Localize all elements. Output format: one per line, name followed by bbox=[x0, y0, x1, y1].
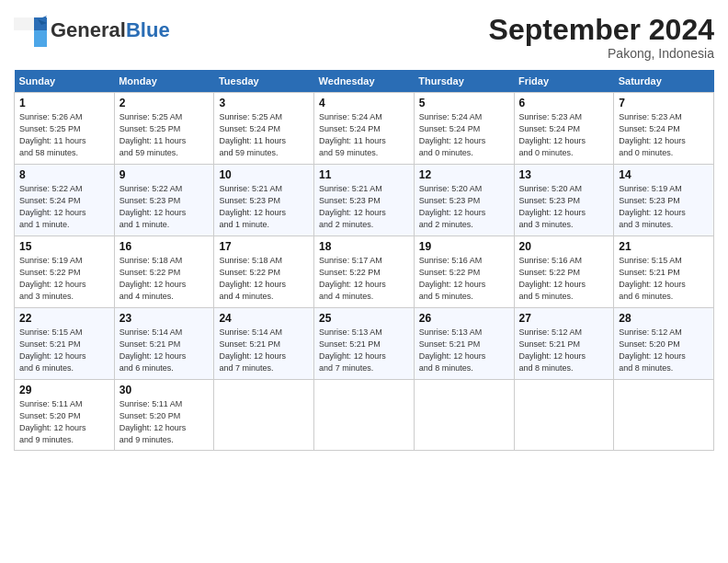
day-number: 13 bbox=[519, 168, 609, 181]
day-info: Sunrise: 5:22 AM Sunset: 5:24 PM Dayligh… bbox=[19, 183, 109, 231]
day-info: Sunrise: 5:22 AM Sunset: 5:23 PM Dayligh… bbox=[119, 183, 210, 231]
day-number: 16 bbox=[119, 240, 210, 253]
col-tuesday: Tuesday bbox=[214, 70, 314, 93]
day-info: Sunrise: 5:20 AM Sunset: 5:23 PM Dayligh… bbox=[419, 183, 509, 231]
day-info: Sunrise: 5:18 AM Sunset: 5:22 PM Dayligh… bbox=[219, 255, 309, 303]
calendar-cell: 23Sunrise: 5:14 AM Sunset: 5:21 PM Dayli… bbox=[114, 308, 214, 380]
logo-blue: Blue bbox=[126, 18, 170, 41]
calendar-cell: 3Sunrise: 5:25 AM Sunset: 5:24 PM Daylig… bbox=[214, 93, 314, 165]
day-number: 2 bbox=[119, 97, 210, 109]
day-number: 23 bbox=[119, 312, 210, 325]
day-number: 25 bbox=[319, 312, 409, 325]
col-friday: Friday bbox=[514, 70, 614, 93]
day-info: Sunrise: 5:14 AM Sunset: 5:21 PM Dayligh… bbox=[119, 327, 210, 374]
day-info: Sunrise: 5:24 AM Sunset: 5:24 PM Dayligh… bbox=[419, 111, 509, 159]
day-info: Sunrise: 5:26 AM Sunset: 5:25 PM Dayligh… bbox=[19, 111, 109, 159]
day-number: 12 bbox=[419, 168, 509, 181]
day-number: 29 bbox=[19, 384, 109, 396]
day-number: 11 bbox=[319, 168, 409, 181]
calendar-cell: 26Sunrise: 5:13 AM Sunset: 5:21 PM Dayli… bbox=[414, 308, 514, 380]
day-number: 6 bbox=[519, 97, 609, 109]
day-info: Sunrise: 5:17 AM Sunset: 5:22 PM Dayligh… bbox=[319, 255, 409, 303]
month-title: September 2024 bbox=[489, 14, 714, 46]
day-info: Sunrise: 5:15 AM Sunset: 5:21 PM Dayligh… bbox=[619, 255, 709, 303]
day-number: 1 bbox=[19, 97, 109, 109]
day-info: Sunrise: 5:16 AM Sunset: 5:22 PM Dayligh… bbox=[519, 255, 609, 303]
calendar-cell bbox=[614, 380, 714, 451]
day-info: Sunrise: 5:14 AM Sunset: 5:21 PM Dayligh… bbox=[219, 327, 309, 374]
calendar-cell: 27Sunrise: 5:12 AM Sunset: 5:21 PM Dayli… bbox=[514, 308, 614, 380]
day-number: 30 bbox=[119, 384, 210, 396]
logo-general: General bbox=[51, 18, 126, 41]
calendar-week-5: 29Sunrise: 5:11 AM Sunset: 5:20 PM Dayli… bbox=[15, 380, 714, 451]
header-row: Sunday Monday Tuesday Wednesday Thursday… bbox=[15, 70, 714, 93]
day-info: Sunrise: 5:13 AM Sunset: 5:21 PM Dayligh… bbox=[319, 327, 409, 374]
day-number: 20 bbox=[519, 240, 609, 253]
calendar-cell: 4Sunrise: 5:24 AM Sunset: 5:24 PM Daylig… bbox=[314, 93, 415, 165]
day-info: Sunrise: 5:19 AM Sunset: 5:22 PM Dayligh… bbox=[19, 255, 109, 303]
calendar-cell: 14Sunrise: 5:19 AM Sunset: 5:23 PM Dayli… bbox=[614, 165, 714, 236]
day-number: 22 bbox=[19, 312, 109, 325]
calendar-cell: 21Sunrise: 5:15 AM Sunset: 5:21 PM Dayli… bbox=[614, 236, 714, 308]
calendar-week-4: 22Sunrise: 5:15 AM Sunset: 5:21 PM Dayli… bbox=[15, 308, 714, 380]
day-info: Sunrise: 5:19 AM Sunset: 5:23 PM Dayligh… bbox=[619, 183, 709, 231]
calendar-cell: 10Sunrise: 5:21 AM Sunset: 5:23 PM Dayli… bbox=[214, 165, 314, 236]
calendar-cell: 15Sunrise: 5:19 AM Sunset: 5:22 PM Dayli… bbox=[15, 236, 115, 308]
calendar-cell: 8Sunrise: 5:22 AM Sunset: 5:24 PM Daylig… bbox=[15, 165, 115, 236]
day-number: 19 bbox=[419, 240, 509, 253]
calendar-cell bbox=[414, 380, 514, 451]
col-sunday: Sunday bbox=[15, 70, 115, 93]
day-number: 7 bbox=[619, 97, 709, 109]
day-number: 21 bbox=[619, 240, 709, 253]
day-number: 15 bbox=[19, 240, 109, 253]
calendar-cell: 28Sunrise: 5:12 AM Sunset: 5:20 PM Dayli… bbox=[614, 308, 714, 380]
day-info: Sunrise: 5:18 AM Sunset: 5:22 PM Dayligh… bbox=[119, 255, 210, 303]
col-saturday: Saturday bbox=[614, 70, 714, 93]
calendar-cell: 22Sunrise: 5:15 AM Sunset: 5:21 PM Dayli… bbox=[15, 308, 115, 380]
calendar-cell: 24Sunrise: 5:14 AM Sunset: 5:21 PM Dayli… bbox=[214, 308, 314, 380]
svg-marker-3 bbox=[14, 17, 34, 30]
day-number: 28 bbox=[619, 312, 709, 325]
day-info: Sunrise: 5:23 AM Sunset: 5:24 PM Dayligh… bbox=[519, 111, 609, 159]
calendar-cell: 2Sunrise: 5:25 AM Sunset: 5:25 PM Daylig… bbox=[114, 93, 214, 165]
logo: GeneralBlue bbox=[14, 14, 170, 47]
day-info: Sunrise: 5:21 AM Sunset: 5:23 PM Dayligh… bbox=[319, 183, 409, 231]
calendar-week-2: 8Sunrise: 5:22 AM Sunset: 5:24 PM Daylig… bbox=[15, 165, 714, 236]
calendar-week-1: 1Sunrise: 5:26 AM Sunset: 5:25 PM Daylig… bbox=[15, 93, 714, 165]
day-info: Sunrise: 5:11 AM Sunset: 5:20 PM Dayligh… bbox=[19, 398, 109, 446]
calendar-week-3: 15Sunrise: 5:19 AM Sunset: 5:22 PM Dayli… bbox=[15, 236, 714, 308]
day-info: Sunrise: 5:25 AM Sunset: 5:25 PM Dayligh… bbox=[119, 111, 210, 159]
day-number: 3 bbox=[219, 97, 309, 109]
calendar-cell: 5Sunrise: 5:24 AM Sunset: 5:24 PM Daylig… bbox=[414, 93, 514, 165]
day-info: Sunrise: 5:15 AM Sunset: 5:21 PM Dayligh… bbox=[19, 327, 109, 374]
calendar-cell: 6Sunrise: 5:23 AM Sunset: 5:24 PM Daylig… bbox=[514, 93, 614, 165]
day-number: 26 bbox=[419, 312, 509, 325]
day-info: Sunrise: 5:16 AM Sunset: 5:22 PM Dayligh… bbox=[419, 255, 509, 303]
day-info: Sunrise: 5:24 AM Sunset: 5:24 PM Dayligh… bbox=[319, 111, 409, 159]
day-info: Sunrise: 5:21 AM Sunset: 5:23 PM Dayligh… bbox=[219, 183, 309, 231]
day-number: 4 bbox=[319, 97, 409, 109]
col-wednesday: Wednesday bbox=[314, 70, 415, 93]
calendar-cell: 19Sunrise: 5:16 AM Sunset: 5:22 PM Dayli… bbox=[414, 236, 514, 308]
day-number: 17 bbox=[219, 240, 309, 253]
calendar-cell: 13Sunrise: 5:20 AM Sunset: 5:23 PM Dayli… bbox=[514, 165, 614, 236]
calendar-cell: 7Sunrise: 5:23 AM Sunset: 5:24 PM Daylig… bbox=[614, 93, 714, 165]
calendar-cell: 18Sunrise: 5:17 AM Sunset: 5:22 PM Dayli… bbox=[314, 236, 415, 308]
calendar-cell: 11Sunrise: 5:21 AM Sunset: 5:23 PM Dayli… bbox=[314, 165, 415, 236]
location: Pakong, Indonesia bbox=[489, 46, 714, 61]
calendar-cell: 16Sunrise: 5:18 AM Sunset: 5:22 PM Dayli… bbox=[114, 236, 214, 308]
day-info: Sunrise: 5:23 AM Sunset: 5:24 PM Dayligh… bbox=[619, 111, 709, 159]
day-info: Sunrise: 5:25 AM Sunset: 5:24 PM Dayligh… bbox=[219, 111, 309, 159]
day-info: Sunrise: 5:13 AM Sunset: 5:21 PM Dayligh… bbox=[419, 327, 509, 374]
day-number: 5 bbox=[419, 97, 509, 109]
calendar-cell: 25Sunrise: 5:13 AM Sunset: 5:21 PM Dayli… bbox=[314, 308, 415, 380]
day-number: 18 bbox=[319, 240, 409, 253]
calendar-cell bbox=[214, 380, 314, 451]
day-number: 27 bbox=[519, 312, 609, 325]
calendar-cell bbox=[314, 380, 415, 451]
day-info: Sunrise: 5:11 AM Sunset: 5:20 PM Dayligh… bbox=[119, 398, 210, 446]
calendar-cell: 29Sunrise: 5:11 AM Sunset: 5:20 PM Dayli… bbox=[15, 380, 115, 451]
calendar-cell: 1Sunrise: 5:26 AM Sunset: 5:25 PM Daylig… bbox=[15, 93, 115, 165]
title-block: September 2024 Pakong, Indonesia bbox=[489, 14, 714, 61]
svg-marker-2 bbox=[34, 30, 47, 47]
